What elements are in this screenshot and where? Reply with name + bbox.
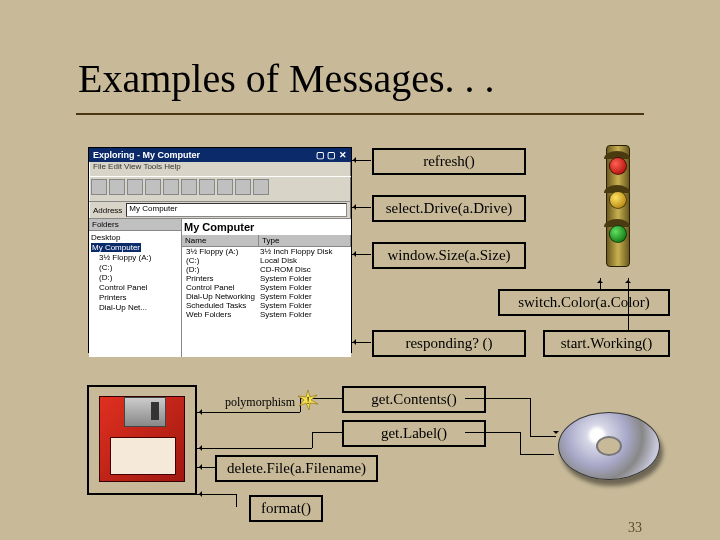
connector: [520, 454, 554, 455]
tree-item: My Computer: [91, 243, 179, 252]
msg-switch-color: switch.Color(a.Color): [498, 289, 670, 316]
list-row: Control PanelSystem Folder: [182, 283, 351, 292]
tree-item: (D:): [91, 273, 179, 282]
list-row: Web FoldersSystem Folder: [182, 310, 351, 319]
connector: [312, 432, 342, 433]
list-row: PrintersSystem Folder: [182, 274, 351, 283]
msg-delete-file: delete.File(a.Filename): [215, 455, 378, 482]
msg-refresh: refresh(): [372, 148, 526, 175]
floppy-disk-icon: [99, 396, 185, 482]
tree-header: Folders: [89, 219, 181, 231]
cd-disc-icon: [558, 412, 658, 482]
tree-item: 3½ Floppy (A:): [91, 253, 179, 262]
arrow: [600, 278, 601, 290]
tree-item: (C:): [91, 263, 179, 272]
folder-tree: Folders Desktop My Computer 3½ Floppy (A…: [89, 219, 182, 357]
list-row: (D:)CD-ROM Disc: [182, 265, 351, 274]
list-row: 3½ Floppy (A:)3½ Inch Floppy Disk: [182, 247, 351, 256]
arrow: [197, 448, 312, 449]
starburst-icon: !: [298, 390, 318, 410]
arrow: [351, 254, 371, 255]
connector: [465, 398, 530, 399]
tree-item: Dial-Up Net...: [91, 303, 179, 312]
window-controls: ▢ ▢ ✕: [316, 148, 347, 162]
arrow: [351, 207, 371, 208]
msg-get-label: get.Label(): [342, 420, 486, 447]
explorer-addressbar: Address My Computer: [89, 202, 351, 219]
list-row: Dial-Up NetworkingSystem Folder: [182, 292, 351, 301]
msg-responding: responding? (): [372, 330, 526, 357]
explorer-window: Exploring - My Computer ▢ ▢ ✕ File Edit …: [88, 147, 352, 353]
msg-select-drive: select.Drive(a.Drive): [372, 195, 526, 222]
explorer-title-text: Exploring - My Computer: [93, 148, 200, 162]
connector: [520, 432, 521, 454]
list-main-header: My Computer: [182, 219, 351, 235]
slide-title: Examples of Messages. . .: [78, 55, 495, 102]
arrow: [351, 342, 371, 343]
arrow: [197, 467, 215, 468]
msg-get-contents: get.Contents(): [342, 386, 486, 413]
arrow: [628, 278, 629, 330]
tree-item: Control Panel: [91, 283, 179, 292]
arrow: [197, 412, 300, 413]
explorer-titlebar: Exploring - My Computer ▢ ▢ ✕: [89, 148, 351, 162]
file-list: My Computer Name Type 3½ Floppy (A:)3½ I…: [182, 219, 351, 357]
explorer-menubar: File Edit View Tools Help: [89, 162, 351, 176]
polymorphism-label: polymorphism: [225, 395, 295, 410]
svg-text:!: !: [306, 394, 310, 406]
connector: [312, 432, 313, 448]
explorer-toolbar: [89, 176, 351, 202]
tree-item: Desktop: [91, 233, 179, 242]
msg-window-size: window.Size(a.Size): [372, 242, 526, 269]
arrow: [351, 160, 371, 161]
connector: [530, 398, 531, 436]
traffic-light-icon: [586, 145, 642, 279]
list-columns: Name Type: [182, 235, 351, 247]
arrow: [197, 494, 236, 495]
address-label: Address: [93, 206, 122, 215]
address-field: My Computer: [126, 203, 347, 217]
connector: [465, 432, 520, 433]
msg-start-working: start.Working(): [543, 330, 670, 357]
connector: [236, 494, 237, 507]
list-row: (C:)Local Disk: [182, 256, 351, 265]
list-row: Scheduled TasksSystem Folder: [182, 301, 351, 310]
msg-format: format(): [249, 495, 323, 522]
tree-item: Printers: [91, 293, 179, 302]
title-rule: [76, 113, 644, 116]
slide-number: 33: [628, 520, 642, 536]
